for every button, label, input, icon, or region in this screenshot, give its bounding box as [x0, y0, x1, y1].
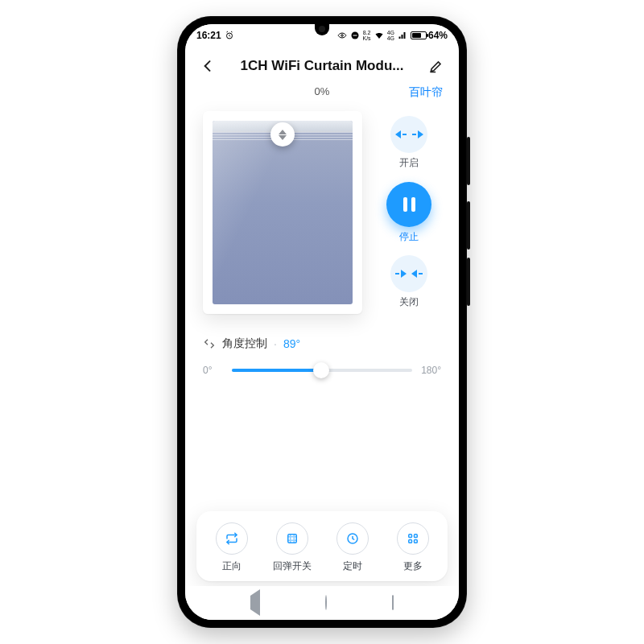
svg-rect-8 [408, 540, 411, 543]
nav-home[interactable] [325, 596, 327, 610]
clock-icon [336, 522, 369, 555]
position-percent: 0% [315, 85, 330, 97]
page-title: 1CH WiFi Curtain Modu... [241, 58, 404, 74]
content-area: 0% 百叶帘 [185, 85, 459, 586]
close-control[interactable]: 关闭 [390, 255, 427, 309]
angle-min: 0° [203, 365, 224, 376]
angle-max: 180° [420, 365, 441, 376]
battery-indicator: 64% [411, 30, 448, 41]
angle-value: 89° [283, 337, 300, 350]
nav-recent[interactable] [392, 596, 394, 610]
eye-icon [337, 31, 347, 40]
stop-control[interactable]: 停止 [386, 182, 431, 244]
grid-dots-icon [397, 522, 429, 555]
svg-rect-3 [353, 35, 357, 36]
svg-rect-4 [287, 535, 296, 543]
network-type: 4G 4G [387, 30, 394, 41]
svg-rect-9 [414, 540, 417, 543]
grid-square-icon [276, 522, 308, 555]
angle-slider[interactable] [232, 362, 412, 378]
network-speed: 8.2 K/s [363, 30, 371, 41]
angle-label: 角度控制 [222, 336, 267, 351]
screen: 16:21 8.2 K/s [185, 24, 459, 620]
phone-frame: 16:21 8.2 K/s [177, 16, 467, 628]
battery-percent: 64% [428, 30, 448, 41]
nav-back[interactable] [250, 596, 260, 610]
angle-icon [203, 337, 216, 350]
app-header: 1CH WiFi Curtain Modu... [185, 47, 459, 85]
dnd-icon [350, 31, 360, 40]
bottom-actions: 正向 回弹开关 定时 [196, 511, 448, 581]
signal-icon [398, 31, 407, 40]
back-button[interactable] [196, 55, 219, 77]
alarm-icon [225, 31, 234, 40]
curtain-drag-handle[interactable] [270, 122, 295, 147]
angle-section: 角度控制 · 89° 0° 180° [185, 325, 459, 386]
wifi-icon [374, 31, 384, 40]
open-icon [390, 116, 427, 153]
action-direction[interactable]: 正向 [204, 522, 259, 573]
curtain-preview [203, 111, 362, 314]
edit-button[interactable] [425, 55, 448, 77]
loop-icon [216, 522, 248, 555]
status-time: 16:21 [196, 30, 221, 41]
curtain-type-link[interactable]: 百叶帘 [409, 85, 443, 100]
close-icon [390, 255, 427, 292]
android-nav-bar [185, 586, 459, 620]
svg-point-1 [341, 35, 343, 37]
action-rebound[interactable]: 回弹开关 [265, 522, 320, 573]
pause-icon [386, 182, 431, 227]
curtain-readout: 0% 百叶帘 [185, 85, 459, 106]
slider-thumb[interactable] [313, 362, 329, 378]
action-more[interactable]: 更多 [386, 522, 440, 573]
action-timer[interactable]: 定时 [325, 522, 380, 573]
phone-notch [315, 21, 329, 35]
svg-rect-7 [414, 535, 417, 538]
svg-rect-6 [408, 535, 411, 538]
open-control[interactable]: 开启 [390, 116, 427, 170]
